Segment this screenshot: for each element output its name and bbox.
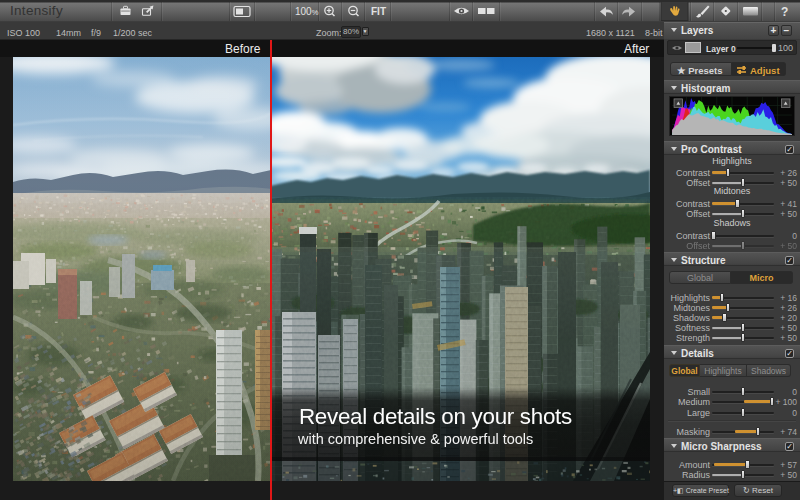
svg-text:100%: 100% bbox=[295, 6, 319, 17]
svg-text:?: ? bbox=[781, 5, 788, 19]
svg-text:FIT: FIT bbox=[371, 6, 386, 17]
